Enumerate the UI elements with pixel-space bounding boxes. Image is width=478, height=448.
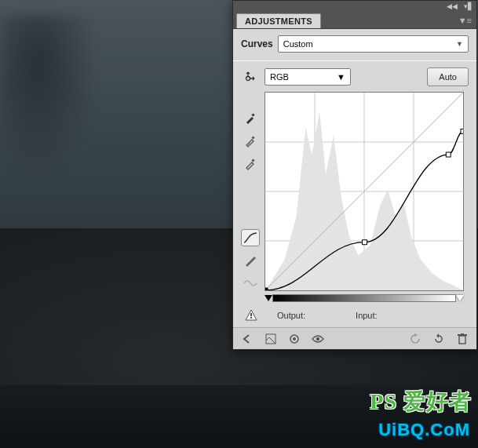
watermark-text-1: PS 爱好者 (370, 387, 472, 417)
svg-rect-23 (461, 333, 464, 334)
reset-icon[interactable] (431, 331, 447, 347)
svg-rect-21 (459, 336, 465, 344)
left-tools-column (241, 67, 260, 304)
svg-rect-3 (251, 158, 254, 162)
visibility-icon[interactable] (310, 331, 326, 347)
adjustments-panel: ◀◀ ▾▋ ADJUSTMENTS ▼≡ Curves Custom ▼ (232, 0, 477, 350)
svg-rect-1 (251, 113, 254, 116)
clip-warning-icon[interactable] (244, 308, 258, 322)
curve-mode-icon[interactable] (241, 229, 260, 246)
tab-flyout-icon[interactable]: ▼≡ (454, 12, 476, 28)
tab-adjustments[interactable]: ADJUSTMENTS (236, 13, 321, 28)
targeted-adjust-icon[interactable] (242, 67, 259, 85)
channel-value: RGB (270, 72, 289, 82)
white-eyedropper-icon[interactable] (242, 155, 259, 173)
preset-dropdown[interactable]: Custom ▼ (278, 35, 469, 53)
svg-rect-16 (250, 317, 252, 319)
svg-rect-11 (265, 288, 268, 290)
horizontal-gradient (272, 294, 456, 302)
svg-rect-14 (461, 129, 463, 133)
auto-button[interactable]: Auto (427, 67, 469, 86)
svg-point-0 (246, 77, 250, 81)
panel-topbar: ◀◀ ▾▋ (233, 1, 476, 12)
input-slider[interactable] (265, 293, 464, 304)
gray-eyedropper-icon[interactable] (242, 133, 259, 150)
adjustment-type-label: Curves (241, 38, 273, 49)
white-point-handle[interactable] (456, 295, 464, 301)
panel-body: Curves Custom ▼ (233, 29, 476, 327)
expand-view-icon[interactable] (263, 331, 279, 347)
watermark-text-2: UiBQ.CoM (378, 420, 470, 440)
smooth-mode-icon[interactable] (241, 275, 260, 292)
chevron-down-icon: ▼ (337, 72, 345, 82)
svg-rect-12 (363, 240, 367, 245)
svg-point-20 (316, 337, 319, 340)
trash-icon[interactable] (454, 331, 470, 347)
panel-menu-icon[interactable]: ▾▋ (464, 3, 473, 10)
svg-rect-15 (250, 313, 252, 316)
clip-to-layer-icon[interactable] (286, 331, 302, 347)
back-icon[interactable] (239, 331, 255, 347)
svg-rect-13 (446, 152, 451, 157)
black-point-handle[interactable] (265, 295, 272, 301)
preset-value: Custom (283, 39, 313, 49)
svg-rect-22 (458, 334, 467, 336)
tab-row: ADJUSTMENTS ▼≡ (233, 12, 476, 29)
curves-graph[interactable] (265, 92, 464, 291)
svg-rect-2 (251, 136, 254, 139)
divider (233, 60, 476, 61)
black-eyedropper-icon[interactable] (242, 110, 259, 127)
input-label: Input: (356, 311, 378, 320)
previous-state-icon (407, 331, 423, 347)
panel-bottom-toolbar (233, 327, 476, 349)
pencil-mode-icon[interactable] (241, 252, 260, 269)
svg-point-19 (293, 337, 296, 341)
chevron-down-icon: ▼ (456, 40, 463, 48)
output-label: Output: (277, 311, 305, 320)
channel-dropdown[interactable]: RGB ▼ (265, 68, 351, 86)
collapse-icon[interactable]: ◀◀ (447, 3, 458, 10)
